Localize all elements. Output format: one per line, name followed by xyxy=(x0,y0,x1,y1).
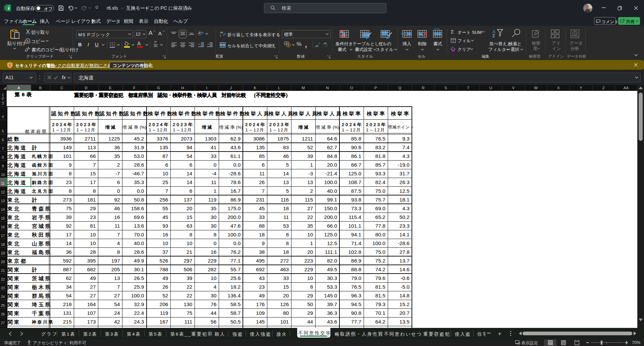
svg-text:ab: ab xyxy=(220,31,223,34)
svg-text:x: x xyxy=(7,6,10,10)
svg-text:.00: .00 xyxy=(315,45,319,47)
svg-text:ab: ab xyxy=(198,31,202,35)
svg-text:c: c xyxy=(220,34,221,37)
svg-text:Z: Z xyxy=(492,34,495,38)
svg-text:→0: →0 xyxy=(323,45,327,47)
